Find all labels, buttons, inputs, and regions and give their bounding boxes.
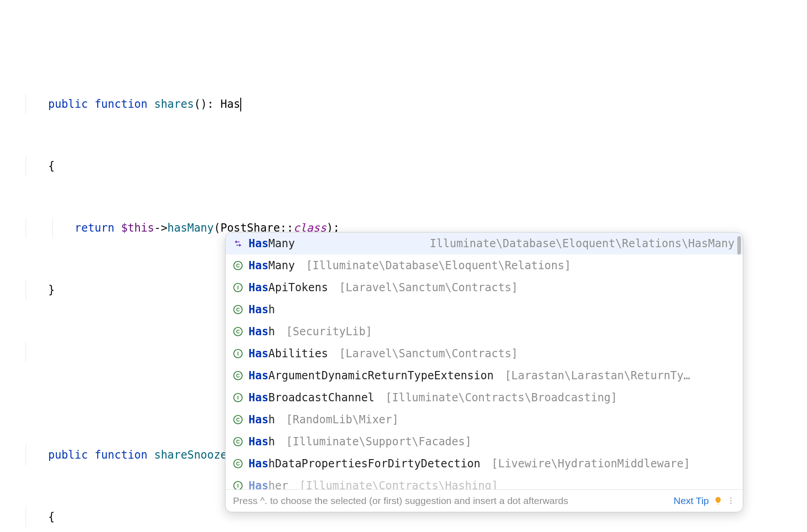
method-call: hasMany bbox=[167, 222, 214, 234]
completion-name: Hash bbox=[249, 435, 275, 448]
completion-name: HasMany bbox=[249, 259, 295, 272]
completion-kind-icon bbox=[232, 238, 244, 249]
function-name: shares bbox=[154, 98, 194, 111]
completion-kind-icon: C bbox=[232, 305, 244, 315]
completion-namespace: [Illuminate\Database\Eloquent\Relations] bbox=[306, 259, 571, 272]
autocomplete-item[interactable]: CHasMany[Illuminate\Database\Eloquent\Re… bbox=[226, 255, 743, 277]
completion-namespace: [Laravel\Sanctum\Contracts] bbox=[339, 347, 518, 360]
svg-text:C: C bbox=[236, 373, 240, 378]
svg-text:C: C bbox=[236, 417, 240, 422]
code-line[interactable]: public function shares(): Has bbox=[0, 94, 807, 115]
autocomplete-item[interactable]: IHasAbilities[Laravel\Sanctum\Contracts] bbox=[226, 343, 743, 365]
completion-name: HasMany bbox=[249, 237, 295, 250]
completion-name: HasApiTokens bbox=[249, 281, 328, 294]
scrollbar-thumb[interactable] bbox=[737, 236, 741, 255]
completion-namespace: Illuminate\Database\Eloquent\Relations\H… bbox=[430, 237, 735, 250]
completion-namespace: [SecurityLib] bbox=[286, 325, 372, 338]
svg-text:I: I bbox=[237, 285, 238, 290]
completion-name: Hash bbox=[249, 303, 275, 316]
completion-kind-icon: C bbox=[232, 459, 244, 469]
completion-kind-icon: I bbox=[232, 481, 244, 489]
completion-name: HasArgumentDynamicReturnTypeExtension bbox=[249, 369, 494, 382]
autocomplete-item[interactable]: CHasArgumentDynamicReturnTypeExtension[L… bbox=[226, 365, 743, 387]
completion-namespace: [Illuminate\Contracts\Broadcasting] bbox=[386, 391, 618, 404]
svg-text:I: I bbox=[237, 483, 238, 488]
next-tip-link[interactable]: Next Tip bbox=[674, 495, 709, 506]
autocomplete-item[interactable]: IHasher[Illuminate\Contracts\Hashing] bbox=[226, 475, 743, 489]
variable: $this bbox=[121, 222, 154, 234]
completion-kind-icon: C bbox=[232, 260, 244, 271]
svg-text:C: C bbox=[236, 307, 240, 312]
svg-text:C: C bbox=[236, 461, 240, 466]
completion-namespace: [Laravel\Sanctum\Contracts] bbox=[339, 281, 518, 294]
bulb-icon[interactable] bbox=[713, 496, 723, 505]
autocomplete-item[interactable]: CHash bbox=[226, 299, 743, 321]
svg-text:I: I bbox=[237, 395, 238, 400]
completion-kind-icon: I bbox=[232, 349, 244, 359]
keyword: public bbox=[48, 98, 88, 111]
completion-kind-icon: C bbox=[232, 415, 244, 425]
autocomplete-item[interactable]: IHasApiTokens[Laravel\Sanctum\Contracts] bbox=[226, 277, 743, 299]
code-line[interactable]: { bbox=[0, 156, 807, 177]
keyword: return bbox=[75, 222, 115, 234]
completion-kind-icon: C bbox=[232, 327, 244, 337]
autocomplete-item[interactable]: CHash[Illuminate\Support\Facades] bbox=[226, 431, 743, 453]
completion-namespace: [Larastan\Larastan\ReturnTy… bbox=[505, 369, 691, 382]
completion-namespace: [Illuminate\Support\Facades] bbox=[286, 435, 472, 448]
autocomplete-item[interactable]: CHash[RandomLib\Mixer] bbox=[226, 409, 743, 431]
completion-name: HasBroadcastChannel bbox=[249, 391, 375, 404]
completion-name: HasAbilities bbox=[249, 347, 328, 360]
autocomplete-item[interactable]: CHash[SecurityLib] bbox=[226, 321, 743, 343]
more-menu-icon[interactable]: ⋮ bbox=[727, 499, 735, 503]
completion-kind-icon: I bbox=[232, 393, 244, 403]
autocomplete-list[interactable]: HasManyIlluminate\Database\Eloquent\Rela… bbox=[226, 233, 743, 489]
svg-text:C: C bbox=[236, 329, 240, 334]
text-caret bbox=[240, 98, 241, 111]
svg-text:C: C bbox=[236, 439, 240, 444]
svg-text:I: I bbox=[237, 351, 238, 356]
completion-kind-icon: I bbox=[232, 283, 244, 293]
completion-namespace: [Livewire\HydrationMiddleware] bbox=[492, 457, 690, 470]
completion-name: Hasher bbox=[249, 479, 288, 489]
completion-name: Hash bbox=[249, 413, 275, 426]
autocomplete-popup: HasManyIlluminate\Database\Eloquent\Rela… bbox=[225, 232, 743, 512]
svg-text:C: C bbox=[236, 263, 240, 268]
autocomplete-item[interactable]: IHasBroadcastChannel[Illuminate\Contract… bbox=[226, 387, 743, 409]
completion-kind-icon: C bbox=[232, 371, 244, 381]
completion-kind-icon: C bbox=[232, 437, 244, 447]
completion-name: Hash bbox=[249, 325, 275, 338]
return-type: Has bbox=[221, 98, 240, 111]
autocomplete-item[interactable]: HasManyIlluminate\Database\Eloquent\Rela… bbox=[226, 233, 743, 255]
completion-namespace: [RandomLib\Mixer] bbox=[286, 413, 399, 426]
completion-name: HashDataPropertiesForDirtyDetection bbox=[249, 457, 481, 470]
keyword: function bbox=[94, 98, 148, 111]
completion-namespace: [Illuminate\Contracts\Hashing] bbox=[299, 479, 498, 489]
autocomplete-item[interactable]: CHashDataPropertiesForDirtyDetection[Liv… bbox=[226, 453, 743, 475]
footer-tip-text: Press ^. to choose the selected (or firs… bbox=[233, 495, 669, 506]
popup-footer: Press ^. to choose the selected (or firs… bbox=[226, 489, 743, 512]
